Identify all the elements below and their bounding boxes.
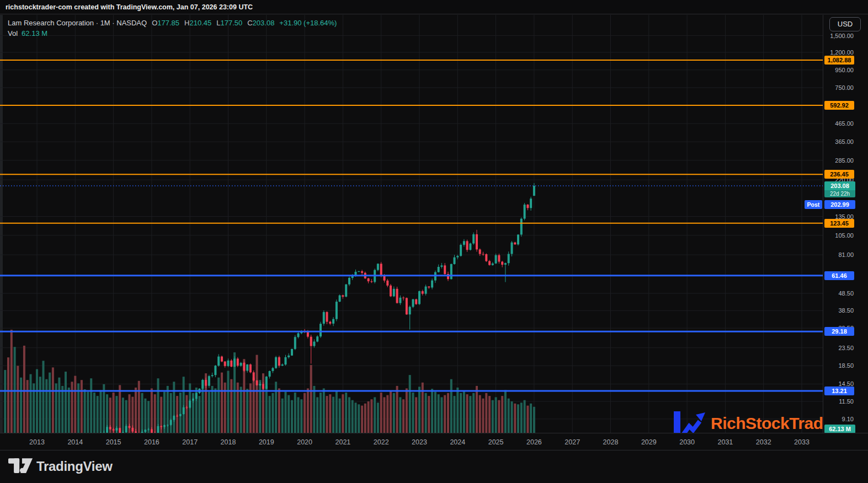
year-label: 2014 (67, 433, 83, 451)
price-tick: 23.50 (827, 344, 854, 352)
price-level-badge[interactable]: 236.45 (824, 170, 854, 179)
price-tick: 105.00 (827, 232, 854, 239)
price-level-badge[interactable]: 29.18 (824, 327, 854, 336)
legend-ohlc-row: Lam Research Corporation · 1M · NASDAQO1… (8, 18, 337, 28)
chart-pane[interactable]: Lam Research Corporation · 1M · NASDAQO1… (0, 15, 823, 433)
price-tick: 48.50 (827, 289, 854, 297)
price-tick: 9.10 (827, 415, 854, 423)
attribution-bar: richstocktrader-com created with Trading… (0, 0, 868, 14)
price-tick: 750.00 (827, 84, 854, 92)
symbol-title: Lam Research Corporation · 1M · NASDAQ (8, 19, 147, 27)
year-label: 2018 (221, 433, 236, 451)
ohlc-value: 203.08 (253, 19, 275, 27)
attribution-text: richstocktrader-com created with Trading… (6, 3, 253, 11)
price-tick: 38.50 (827, 307, 854, 314)
price-tick: 365.00 (827, 138, 854, 146)
year-label: 2025 (488, 433, 504, 451)
year-label: 2024 (450, 433, 465, 451)
post-market-tag: Post (805, 200, 822, 209)
volume-bars (4, 330, 535, 433)
tradingview-logo-icon[interactable] (8, 458, 34, 474)
year-label: 2021 (335, 433, 350, 451)
price-tick: 81.00 (827, 251, 854, 259)
tradingview-chart-window: richstocktrader-com created with Trading… (0, 0, 868, 483)
year-label: 2030 (679, 433, 695, 451)
year-label: 2022 (374, 433, 389, 451)
price-level-badge[interactable]: 61.46 (824, 271, 854, 280)
volume-value: 62.13 M (22, 29, 47, 37)
year-label: 2031 (717, 433, 733, 451)
volume-axis-badge: 62.13 M (824, 425, 855, 433)
price-chart-canvas[interactable] (0, 15, 823, 433)
price-tick: 285.00 (827, 157, 854, 164)
price-level-lines[interactable] (0, 60, 823, 391)
year-label: 2019 (259, 433, 274, 451)
richstocktrader-brand-text: RichStockTrader (711, 414, 838, 433)
bar-countdown: 22d 22h (824, 190, 855, 197)
ohlc-label: O (152, 19, 157, 27)
time-axis[interactable]: 2013201420152016201720182019202020212022… (0, 433, 868, 450)
price-level-badge[interactable]: 123.45 (824, 219, 854, 228)
year-label: 2032 (756, 433, 771, 451)
price-tick: 1,500.00 (827, 32, 854, 40)
last-price-badge: 203.08 22d 22h (824, 181, 855, 197)
ohlc-value: 210.45 (189, 19, 211, 27)
price-level-badge[interactable]: 13.21 (824, 387, 854, 395)
year-label: 2027 (565, 433, 580, 451)
year-label: 2033 (794, 433, 810, 451)
year-label: 2023 (412, 433, 427, 451)
change-value: +31.90 (+18.64%) (279, 19, 337, 27)
price-tick: 950.00 (827, 66, 854, 74)
price-tick: 465.00 (827, 120, 854, 127)
symbol-legend[interactable]: Lam Research Corporation · 1M · NASDAQO1… (8, 18, 337, 39)
year-label: 2016 (144, 433, 159, 451)
tradingview-logo-text[interactable]: TradingView (36, 459, 113, 474)
post-market-price: 202.99 (824, 200, 855, 209)
price-axis[interactable]: USD 1,500.001,200.00950.00750.00465.0036… (823, 15, 868, 433)
ohlc-value: 177.50 (220, 19, 242, 27)
year-label: 2020 (297, 433, 312, 451)
year-label: 2015 (106, 433, 121, 451)
candlesticks (90, 183, 535, 433)
grid (0, 15, 823, 433)
legend-volume-row: Vol62.13 M (8, 28, 337, 39)
price-level-badge[interactable]: 1,082.88 (824, 56, 854, 65)
price-level-badge[interactable]: 592.92 (824, 101, 854, 110)
year-label: 2028 (603, 433, 619, 451)
currency-button[interactable]: USD (829, 17, 861, 31)
ohlc-value: 177.85 (157, 19, 179, 27)
ohlc-label: C (247, 19, 252, 27)
price-tick: 11.50 (827, 398, 854, 405)
footer-bar: TradingView (0, 450, 868, 483)
year-label: 2017 (182, 433, 198, 451)
last-price-value: 203.08 (824, 181, 855, 190)
price-tick: 1,200.00 (827, 49, 854, 56)
year-label: 2026 (526, 433, 542, 451)
price-tick: 18.50 (827, 362, 854, 369)
volume-label: Vol (8, 29, 18, 37)
year-label: 2029 (641, 433, 657, 451)
year-label: 2013 (29, 433, 45, 451)
